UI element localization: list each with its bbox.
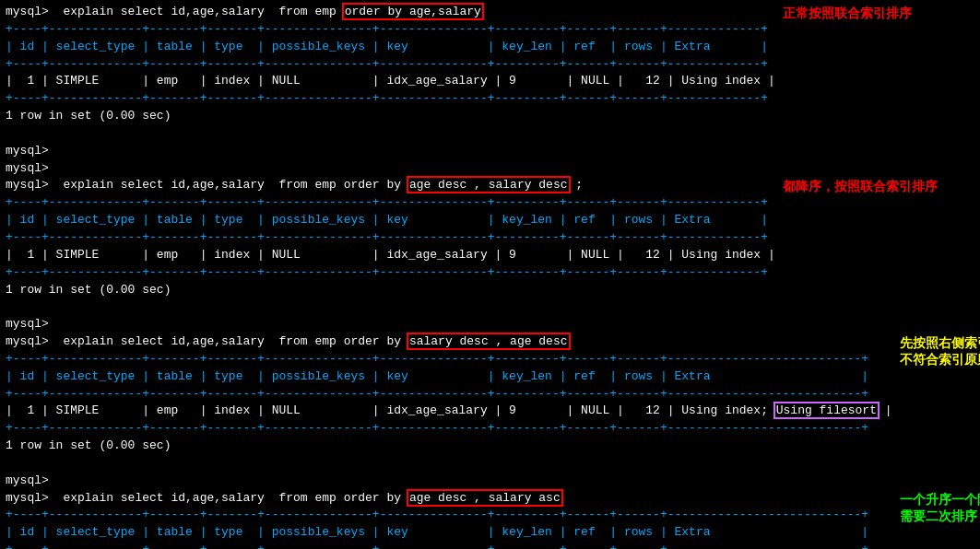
block1: mysql> explain select id,age,salary from…: [6, 4, 974, 125]
block1-code: mysql> explain select id,age,salary from…: [6, 4, 775, 125]
block3-spacer: mysql>: [6, 298, 974, 333]
block3-result: 1 row in set (0.00 sec): [6, 438, 892, 455]
block3-cmd: mysql> explain select id,age,salary from…: [6, 333, 892, 351]
mysql-blank3: mysql>: [6, 316, 974, 333]
highlight-desc-desc: age desc , salary desc: [408, 178, 569, 192]
block2-result: 1 row in set (0.00 sec): [6, 282, 775, 299]
prompt2: mysql> explain select id,age,salary from…: [6, 178, 408, 192]
block4-spacer: mysql>: [6, 455, 974, 490]
block1-result: 1 row in set (0.00 sec): [6, 108, 775, 125]
block3-div3: +----+-------------+-------+-------+----…: [6, 420, 892, 438]
block1-div3: +----+-------------+-------+-------+----…: [6, 90, 775, 108]
block4-cmd: mysql> explain select id,age,salary from…: [6, 490, 892, 508]
block2: mysql> explain select id,age,salary from…: [6, 177, 974, 298]
block3-annotation: 先按照右侧索引排序，后按照左侧索引排序，不符合索引原则，需要二次排序: [900, 333, 980, 368]
block1-div2: +----+-------------+-------+-------+----…: [6, 56, 775, 74]
block1-annotation: 正常按照联合索引排序: [783, 4, 912, 22]
block2-suffix: ;: [569, 178, 584, 192]
block2-spacer: mysql> mysql>: [6, 125, 974, 178]
terminal: mysql> explain select id,age,salary from…: [0, 0, 980, 549]
mysql-blank1: mysql>: [6, 143, 974, 160]
block1-div1: +----+-------------+-------+-------+----…: [6, 21, 775, 39]
block1-cmd: mysql> explain select id,age,salary from…: [6, 4, 775, 21]
block4-code: mysql> explain select id,age,salary from…: [6, 490, 892, 549]
using-filesort-1: Using filesort: [775, 403, 878, 417]
block3: mysql> explain select id,age,salary from…: [6, 333, 974, 455]
blank3: [6, 298, 974, 316]
prompt3: mysql> explain select id,age,salary from…: [6, 334, 408, 348]
block4-div1: +----+-------------+-------+-------+----…: [6, 507, 892, 524]
block2-data: | 1 | SIMPLE | emp | index | NULL | idx_…: [6, 247, 775, 264]
block4-annotation: 一个升序一个降序，和索引序不一致，需要二次排序: [900, 490, 980, 525]
block3-div2: +----+-------------+-------+-------+----…: [6, 386, 892, 403]
block2-header: | id | select_type | table | type | poss…: [6, 212, 775, 229]
block2-div3: +----+-------------+-------+-------+----…: [6, 264, 775, 282]
highlight-age-salary-asc: age desc , salary asc: [408, 491, 561, 505]
prompt4: mysql> explain select id,age,salary from…: [6, 491, 408, 505]
block2-code: mysql> explain select id,age,salary from…: [6, 177, 775, 298]
block4-div2: +----+-------------+-------+-------+----…: [6, 542, 892, 549]
block1-header: | id | select_type | table | type | poss…: [6, 39, 775, 56]
block3-code: mysql> explain select id,age,salary from…: [6, 333, 892, 455]
block3-div1: +----+-------------+-------+-------+----…: [6, 351, 892, 368]
highlight-salary-age: salary desc , age desc: [408, 334, 569, 348]
mysql-blank2: mysql>: [6, 160, 974, 178]
block2-div2: +----+-------------+-------+-------+----…: [6, 229, 775, 247]
block1-data: | 1 | SIMPLE | emp | index | NULL | idx_…: [6, 73, 775, 90]
highlight-orderby: order by age,salary: [344, 5, 482, 18]
block2-cmd: mysql> explain select id,age,salary from…: [6, 177, 775, 194]
block3-data: | 1 | SIMPLE | emp | index | NULL | idx_…: [6, 403, 892, 420]
block4-header: | id | select_type | table | type | poss…: [6, 524, 892, 542]
block2-div1: +----+-------------+-------+-------+----…: [6, 194, 775, 212]
block4: mysql> explain select id,age,salary from…: [6, 490, 974, 549]
prompt1: mysql> explain select id,age,salary from…: [6, 5, 344, 18]
block2-annotation: 都降序，按照联合索引排序: [783, 177, 938, 195]
blank4: [6, 455, 974, 473]
block3-header: | id | select_type | table | type | poss…: [6, 368, 892, 386]
mysql-blank4: mysql>: [6, 473, 974, 490]
blank1: [6, 125, 974, 143]
